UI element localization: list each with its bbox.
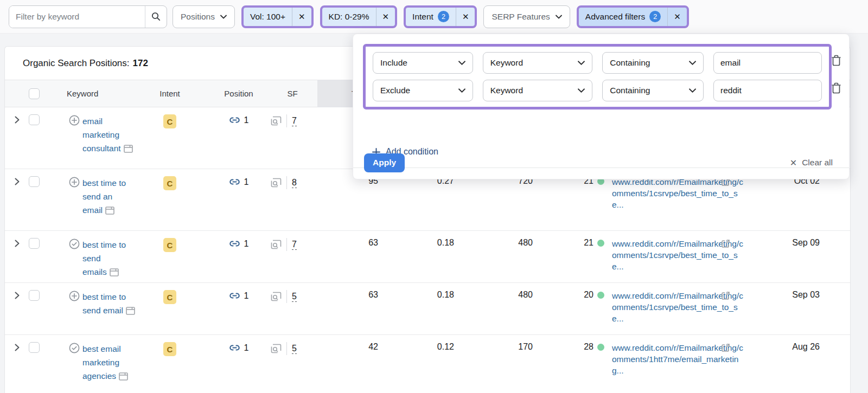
advanced-filters-chip[interactable]: Advanced filters 2 ✕ (577, 5, 689, 28)
position-link-icon (229, 176, 240, 188)
intent-badge-commercial[interactable]: C (163, 176, 176, 190)
table-row: best time to send emails C 1 7 63 0.18 4… (5, 231, 850, 283)
delete-condition-icon[interactable] (831, 82, 841, 94)
row-checkbox[interactable] (29, 114, 40, 125)
chevron-down-icon (578, 88, 585, 93)
positions-dropdown[interactable]: Positions (173, 5, 235, 28)
expand-chevron-icon[interactable] (15, 240, 20, 247)
keyword-link[interactable]: email marketing consultant (82, 114, 138, 155)
kd-difficulty-dot (597, 344, 604, 351)
circle-plus-icon[interactable] (69, 177, 80, 217)
keyword-filter-search[interactable] (9, 5, 167, 28)
expand-chevron-icon[interactable] (15, 116, 20, 124)
kd-filter-remove-icon[interactable]: ✕ (376, 8, 395, 26)
circle-check-icon[interactable] (69, 239, 80, 279)
kd-value: 28 (584, 342, 593, 352)
sf-count-link[interactable]: 7 (292, 116, 297, 126)
condition-row: Include Keyword Containing (373, 52, 822, 74)
position-value: 1 (244, 291, 249, 301)
keyword-link[interactable]: best time to send an email (82, 176, 138, 217)
chevron-down-icon (578, 61, 585, 65)
condition-field-select[interactable]: Keyword (483, 80, 593, 101)
col-header-keyword[interactable]: Keyword (49, 89, 141, 98)
external-link-icon[interactable] (721, 239, 730, 248)
sf-count-link[interactable]: 5 (292, 292, 297, 302)
condition-value-input[interactable] (713, 80, 822, 101)
landing-page-icon[interactable] (271, 344, 282, 353)
serp-snapshot-icon[interactable] (110, 268, 119, 276)
kd-value: 21 (584, 238, 593, 248)
search-input[interactable] (9, 6, 145, 28)
traffic-ratio-value: 0.18 (378, 290, 454, 300)
condition-operator-select[interactable]: Containing (602, 80, 704, 101)
intent-badge-commercial[interactable]: C (163, 238, 176, 252)
apply-button[interactable]: Apply (364, 153, 405, 172)
row-checkbox[interactable] (29, 176, 40, 187)
landing-page-icon[interactable] (271, 116, 282, 126)
condition-mode-select[interactable]: Exclude (373, 80, 473, 101)
serp-snapshot-icon[interactable] (126, 307, 135, 315)
table-row: best email marketing agencies C 1 5 42 0… (5, 335, 850, 393)
select-all-checkbox[interactable] (29, 88, 40, 99)
advanced-filters-remove-icon[interactable]: ✕ (667, 8, 687, 26)
kd-filter-label: KD: 0-29% (322, 8, 376, 26)
condition-field-select[interactable]: Keyword (483, 52, 593, 74)
landing-page-icon[interactable] (271, 292, 282, 301)
serp-snapshot-icon[interactable] (105, 207, 114, 215)
intent-badge-commercial[interactable]: C (163, 342, 176, 356)
position-link-icon (229, 290, 240, 301)
row-checkbox[interactable] (29, 238, 40, 249)
keyword-link[interactable]: best email marketing agencies (82, 342, 138, 383)
col-header-sf[interactable]: SF (267, 89, 317, 98)
position-link-icon (229, 342, 240, 353)
expand-chevron-icon[interactable] (15, 178, 20, 185)
row-checkbox[interactable] (29, 290, 40, 301)
volume-filter-remove-icon[interactable]: ✕ (292, 8, 311, 26)
condition-row: Exclude Keyword Containing (373, 80, 822, 101)
last-update-date: Sep 09 (745, 238, 850, 248)
condition-value-input[interactable] (713, 52, 822, 74)
serp-features-dropdown-label: SERP Features (492, 12, 550, 22)
advanced-filters-count-badge: 2 (649, 11, 661, 22)
chevron-down-icon (689, 61, 696, 65)
clear-all-button[interactable]: ✕ Clear all (790, 158, 833, 168)
col-header-position[interactable]: Position (199, 89, 267, 98)
intent-badge-commercial[interactable]: C (163, 114, 176, 128)
condition-operator-select[interactable]: Containing (602, 52, 704, 74)
volume-filter-chip[interactable]: Vol: 100+ ✕ (241, 5, 314, 28)
volume-filter-label: Vol: 100+ (244, 8, 292, 26)
sf-count-link[interactable]: 5 (292, 344, 297, 354)
sf-count-link[interactable]: 7 (292, 240, 297, 250)
external-link-icon[interactable] (721, 343, 730, 352)
circle-check-icon[interactable] (69, 343, 80, 383)
keyword-link[interactable]: best time to send email (82, 290, 138, 317)
intent-filter-remove-icon[interactable]: ✕ (456, 8, 475, 26)
expand-chevron-icon[interactable] (15, 292, 20, 299)
circle-plus-icon[interactable] (69, 115, 80, 155)
landing-page-icon[interactable] (271, 178, 282, 188)
external-link-icon[interactable] (721, 291, 730, 300)
serp-snapshot-icon[interactable] (124, 145, 133, 153)
intent-badge-commercial[interactable]: C (163, 290, 176, 304)
landing-page-icon[interactable] (271, 240, 282, 249)
kd-difficulty-dot (597, 240, 604, 247)
traffic-value: 63 (317, 238, 378, 248)
row-checkbox[interactable] (29, 342, 40, 353)
delete-condition-icon[interactable] (831, 55, 841, 66)
circle-plus-icon[interactable] (69, 291, 80, 317)
sf-count-link[interactable]: 8 (292, 178, 297, 188)
intent-filter-chip[interactable]: Intent 2 ✕ (404, 5, 477, 28)
serp-snapshot-icon[interactable] (119, 372, 128, 381)
volume-value: 480 (454, 290, 533, 300)
col-header-intent[interactable]: Intent (141, 89, 199, 98)
keyword-link[interactable]: best time to send emails (82, 238, 138, 279)
serp-features-dropdown[interactable]: SERP Features (483, 5, 570, 28)
last-update-date: Aug 26 (745, 342, 850, 352)
search-button[interactable] (145, 6, 167, 28)
page-title: Organic Search Positions: (23, 58, 130, 69)
kd-filter-chip[interactable]: KD: 0-29% ✕ (320, 5, 398, 28)
traffic-ratio-value: 0.12 (378, 342, 454, 352)
position-value: 1 (244, 343, 249, 353)
expand-chevron-icon[interactable] (15, 344, 20, 351)
condition-mode-select[interactable]: Include (373, 52, 473, 74)
